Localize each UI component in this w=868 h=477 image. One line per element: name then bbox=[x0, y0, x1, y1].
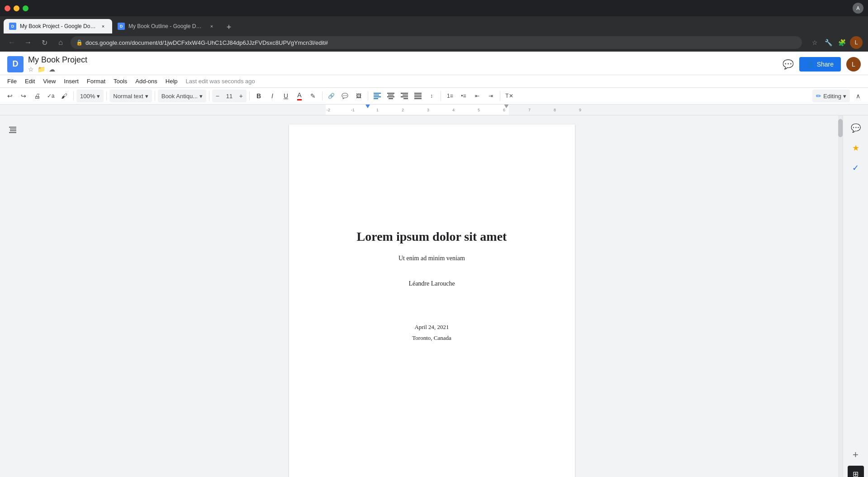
underline-button[interactable]: U bbox=[280, 90, 292, 102]
font-size-decrease[interactable]: − bbox=[212, 90, 223, 102]
folder-icon[interactable]: 📁 bbox=[38, 66, 45, 73]
divider-5 bbox=[249, 91, 250, 100]
comment-button[interactable]: 💬 bbox=[783, 59, 794, 70]
highlight-button[interactable]: ✎ bbox=[307, 90, 319, 102]
numbered-list-button[interactable]: 1≡ bbox=[444, 90, 456, 102]
document-area[interactable]: Lorem ipsum dolor sit amet Ut enim ad mi… bbox=[25, 115, 838, 477]
menu-edit[interactable]: Edit bbox=[21, 76, 38, 86]
document-title[interactable]: Lorem ipsum dolor sit amet bbox=[357, 229, 507, 244]
svg-rect-3 bbox=[374, 98, 378, 99]
tab-2-close[interactable]: × bbox=[208, 23, 215, 30]
image-button[interactable]: 🖼 bbox=[352, 90, 365, 102]
spell-check-button[interactable]: ✓a bbox=[44, 90, 57, 102]
font-size-control: − + bbox=[212, 90, 247, 102]
back-button[interactable]: ← bbox=[5, 36, 18, 49]
star-icon[interactable]: ☆ bbox=[28, 66, 34, 73]
docs-app-icon: D bbox=[7, 56, 24, 72]
outline-icon[interactable] bbox=[5, 123, 20, 137]
home-button[interactable]: ⌂ bbox=[54, 36, 67, 49]
indent-increase-button[interactable]: ⇥ bbox=[484, 90, 497, 102]
docs-title[interactable]: My Book Project bbox=[28, 55, 87, 65]
indent-decrease-button[interactable]: ⇤ bbox=[471, 90, 484, 102]
minimize-button[interactable] bbox=[14, 5, 19, 11]
svg-rect-18 bbox=[10, 130, 16, 131]
svg-rect-2 bbox=[374, 96, 381, 97]
zoom-select[interactable]: 100% ▾ bbox=[76, 90, 104, 102]
svg-rect-1 bbox=[374, 95, 379, 95]
editing-mode-dropdown: ▾ bbox=[843, 93, 846, 100]
tab-1-close[interactable]: × bbox=[100, 23, 107, 30]
menu-tools[interactable]: Tools bbox=[110, 76, 131, 86]
window-controls bbox=[5, 5, 28, 11]
document-author[interactable]: Léandre Larouche bbox=[408, 280, 455, 287]
tab-2-favicon: D bbox=[118, 23, 125, 30]
comment-inline-button[interactable]: 💬 bbox=[339, 90, 351, 102]
font-size-input[interactable] bbox=[223, 90, 236, 102]
extension-icon[interactable]: 🔧 bbox=[823, 37, 834, 48]
menu-addons[interactable]: Add-ons bbox=[132, 76, 161, 86]
menu-file[interactable]: File bbox=[4, 76, 20, 86]
editing-mode-label: Editing bbox=[823, 93, 841, 100]
document-date[interactable]: April 24, 2021 bbox=[414, 324, 449, 331]
paint-format-button[interactable]: 🖌 bbox=[58, 90, 71, 102]
side-panel-add-icon[interactable]: + bbox=[847, 446, 865, 464]
menu-view[interactable]: View bbox=[39, 76, 59, 86]
align-left-button[interactable] bbox=[371, 90, 384, 102]
browser-profile-icon[interactable]: A bbox=[853, 3, 863, 14]
user-avatar[interactable]: L bbox=[846, 57, 861, 72]
side-panel-chat-icon[interactable]: 💬 bbox=[847, 119, 865, 137]
page-navigator-button[interactable]: ⊞ bbox=[848, 466, 864, 477]
bookmark-icon[interactable]: ☆ bbox=[809, 37, 820, 48]
line-spacing-button[interactable]: ↕ bbox=[425, 90, 438, 102]
font-size-increase[interactable]: + bbox=[236, 90, 247, 102]
scrollbar-thumb[interactable] bbox=[838, 119, 843, 137]
bold-button[interactable]: B bbox=[252, 90, 265, 102]
print-button[interactable]: 🖨 bbox=[31, 90, 43, 102]
svg-rect-11 bbox=[403, 98, 408, 99]
scrollbar[interactable] bbox=[838, 115, 843, 477]
toolbar-right: ✏ Editing ▾ ∧ bbox=[812, 90, 864, 102]
justify-button[interactable] bbox=[412, 90, 424, 102]
document-location[interactable]: Toronto, Canada bbox=[412, 334, 451, 342]
redo-button[interactable]: ↪ bbox=[17, 90, 30, 102]
toolbar: ↩ ↪ 🖨 ✓a 🖌 100% ▾ Normal text ▾ Book Ant… bbox=[0, 88, 868, 105]
svg-rect-4 bbox=[387, 93, 394, 94]
left-sidebar bbox=[0, 115, 25, 477]
bullet-list-button[interactable]: •≡ bbox=[457, 90, 470, 102]
menu-insert[interactable]: Insert bbox=[60, 76, 82, 86]
collapse-toolbar-button[interactable]: ∧ bbox=[852, 90, 864, 102]
refresh-button[interactable]: ↻ bbox=[38, 36, 51, 49]
tab-2[interactable]: D My Book Outline - Google Doc... × bbox=[112, 19, 221, 33]
cloud-icon[interactable]: ☁ bbox=[49, 66, 55, 73]
close-button[interactable] bbox=[5, 5, 10, 11]
docs-header-right: 💬 👤 Share L bbox=[783, 57, 861, 72]
undo-button[interactable]: ↩ bbox=[4, 90, 16, 102]
editing-mode-button[interactable]: ✏ Editing ▾ bbox=[812, 90, 850, 102]
italic-button[interactable]: I bbox=[266, 90, 279, 102]
extension-icon-2[interactable]: 🧩 bbox=[836, 37, 847, 48]
docs-app: D My Book Project ☆ 📁 ☁ 💬 👤 Share L File… bbox=[0, 52, 868, 477]
menu-help[interactable]: Help bbox=[162, 76, 181, 86]
align-center-button[interactable] bbox=[384, 90, 397, 102]
new-tab-button[interactable]: + bbox=[223, 21, 235, 33]
share-button[interactable]: 👤 Share bbox=[799, 57, 841, 72]
menu-format[interactable]: Format bbox=[83, 76, 109, 86]
forward-button[interactable]: → bbox=[22, 36, 34, 49]
align-right-button[interactable] bbox=[398, 90, 411, 102]
user-profile-avatar[interactable]: L bbox=[850, 36, 863, 49]
link-button[interactable]: 🔗 bbox=[325, 90, 338, 102]
share-icon: 👤 bbox=[806, 61, 814, 68]
side-panel-check-icon[interactable]: ✓ bbox=[847, 159, 865, 177]
text-color-button[interactable]: A bbox=[293, 90, 306, 102]
tab-1[interactable]: D My Book Project - Google Doc... × bbox=[4, 19, 112, 33]
font-select[interactable]: Book Antiqu... ▾ bbox=[158, 90, 206, 102]
document-subtitle[interactable]: Ut enim ad minim veniam bbox=[398, 255, 465, 262]
address-right-icons: ☆ 🔧 🧩 L bbox=[809, 36, 863, 49]
style-select[interactable]: Normal text ▾ bbox=[109, 90, 152, 102]
side-panel-yellow-icon[interactable]: ★ bbox=[847, 139, 865, 157]
url-text: docs.google.com/document/d/1jwDCFxlxW4G-… bbox=[85, 39, 797, 46]
address-input[interactable]: 🔒 docs.google.com/document/d/1jwDCFxlxW4… bbox=[71, 36, 802, 49]
clear-format-button[interactable]: T✕ bbox=[503, 90, 516, 102]
maximize-button[interactable] bbox=[23, 5, 28, 11]
svg-rect-12 bbox=[414, 93, 422, 94]
